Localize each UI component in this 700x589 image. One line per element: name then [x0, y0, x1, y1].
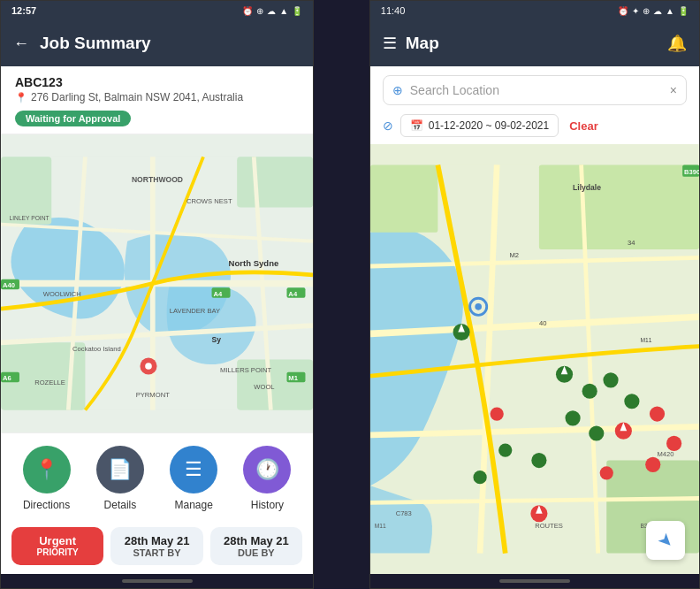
- svg-text:M420: M420: [657, 450, 673, 458]
- svg-text:40: 40: [539, 319, 546, 327]
- filter-bar: ⊘ 📅 01-12-2020 ~ 09-02-2021 Clear: [370, 111, 699, 144]
- time-right: 11:40: [381, 5, 406, 16]
- clear-filter-button[interactable]: Clear: [569, 119, 598, 133]
- start-date-label: START BY: [119, 547, 194, 558]
- map-svg-left: NORTHWOOD CROWS NEST North Sydne WOOLWIC…: [1, 134, 313, 432]
- svg-text:A4: A4: [213, 290, 223, 298]
- left-phone: 12:57 ⏰ ⊕ ☁ ▲ 🔋 ← Job Summary ABC123 📍 2…: [0, 0, 314, 589]
- status-icons-right: ⏰ ✦ ⊕ ☁ ▲ 🔋: [618, 6, 689, 16]
- due-date-label: DUE BY: [219, 547, 293, 558]
- history-icon: 🕐: [255, 458, 279, 481]
- svg-rect-38: [370, 164, 438, 232]
- history-action[interactable]: 🕐 History: [243, 446, 291, 511]
- svg-text:ROZELLE: ROZELLE: [34, 379, 65, 386]
- hamburger-icon[interactable]: ☰: [383, 34, 397, 53]
- svg-point-72: [666, 436, 681, 451]
- svg-text:WOOLWICH: WOOLWICH: [43, 290, 81, 298]
- search-input[interactable]: Search Location: [410, 83, 663, 97]
- job-id: ABC123: [15, 75, 299, 89]
- details-icon: 📄: [108, 458, 132, 481]
- home-indicator-right: [370, 574, 699, 588]
- svg-text:LINLEY POINT: LINLEY POINT: [10, 215, 49, 221]
- svg-text:A40: A40: [3, 281, 15, 289]
- svg-text:Sy: Sy: [212, 335, 222, 344]
- filter-icon[interactable]: ⊘: [383, 119, 393, 133]
- svg-point-63: [624, 394, 639, 409]
- svg-text:ROUTES: ROUTES: [535, 522, 563, 530]
- status-bar-left: 12:57 ⏰ ⊕ ☁ ▲ 🔋: [1, 1, 313, 20]
- job-info: ABC123 📍 276 Darling St, Balmain NSW 204…: [1, 66, 313, 134]
- directions-icon-circle: 📍: [23, 446, 71, 493]
- date-range-text: 01-12-2020 ~ 09-02-2021: [429, 119, 549, 132]
- svg-rect-2: [237, 157, 313, 207]
- history-icon-circle: 🕐: [243, 446, 291, 493]
- svg-text:M1: M1: [288, 374, 298, 382]
- svg-text:C783: C783: [395, 509, 411, 517]
- back-button[interactable]: ←: [13, 34, 29, 53]
- date-filter[interactable]: 📅 01-12-2020 ~ 09-02-2021: [400, 114, 559, 137]
- calendar-icon: 📅: [410, 119, 423, 132]
- svg-text:A4: A4: [288, 290, 298, 298]
- svg-point-74: [599, 466, 612, 479]
- svg-text:34: 34: [628, 239, 635, 247]
- svg-point-79: [475, 303, 482, 310]
- svg-text:Lilydale: Lilydale: [573, 183, 601, 192]
- pin-icon: 📍: [15, 92, 27, 103]
- svg-point-64: [565, 410, 580, 425]
- svg-text:North Sydne: North Sydne: [229, 258, 279, 268]
- svg-point-68: [473, 470, 486, 484]
- svg-text:Cockatoo Island: Cockatoo Island: [72, 345, 121, 353]
- history-label: History: [251, 499, 284, 511]
- details-action[interactable]: 📄 Details: [96, 446, 144, 511]
- home-bar-left: [122, 579, 193, 583]
- page-title-left: Job Summary: [40, 34, 151, 53]
- search-icon: ⊕: [392, 83, 403, 97]
- svg-text:PYRMONT: PYRMONT: [136, 391, 170, 399]
- svg-rect-36: [539, 164, 699, 249]
- due-date-value: 28th May 21: [219, 534, 293, 547]
- svg-text:B390: B390: [684, 168, 699, 176]
- header-right: ☰ Map 🔔: [370, 20, 699, 66]
- directions-action[interactable]: 📍 Directions: [23, 446, 71, 511]
- svg-point-34: [145, 363, 152, 370]
- time-left: 12:57: [11, 5, 36, 16]
- navigate-icon: ➤: [653, 528, 679, 554]
- map-left: NORTHWOOD CROWS NEST North Sydne WOOLWIC…: [1, 134, 313, 432]
- right-phone: 11:40 ⏰ ✦ ⊕ ☁ ▲ 🔋 ☰ Map 🔔 ⊕ Search Locat…: [369, 0, 700, 589]
- status-badge: Waiting for Approval: [15, 111, 131, 126]
- svg-text:M2: M2: [509, 251, 519, 259]
- svg-point-73: [645, 457, 660, 472]
- svg-point-65: [589, 425, 604, 440]
- job-address: 📍 276 Darling St, Balmain NSW 2041, Aust…: [15, 91, 299, 103]
- svg-text:WOOL: WOOL: [254, 383, 274, 391]
- svg-point-62: [603, 372, 618, 387]
- action-buttons: 📍 Directions 📄 Details ☰ Manage 🕐 Histor…: [1, 432, 313, 520]
- header-left-group: ☰ Map: [383, 34, 439, 53]
- search-clear-icon[interactable]: ×: [670, 83, 677, 97]
- svg-point-61: [582, 384, 597, 399]
- details-label: Details: [104, 499, 137, 511]
- address-text: 276 Darling St, Balmain NSW 2041, Austra…: [31, 91, 243, 103]
- header-left: ← Job Summary: [1, 20, 313, 66]
- svg-point-75: [490, 407, 503, 420]
- svg-text:CROWS NEST: CROWS NEST: [186, 197, 232, 205]
- start-date-card: 28th May 21 START BY: [110, 527, 202, 565]
- navigate-button[interactable]: ➤: [646, 521, 685, 560]
- svg-text:MILLERS POINT: MILLERS POINT: [220, 366, 271, 374]
- svg-point-71: [650, 406, 665, 421]
- start-date-value: 28th May 21: [119, 534, 194, 547]
- map-right: Lilydale M2 34 40 M11 M420 C783 ROUTES M…: [370, 144, 699, 574]
- svg-text:M11: M11: [640, 337, 651, 343]
- due-date-card: 28th May 21 DUE BY: [210, 527, 302, 565]
- search-bar[interactable]: ⊕ Search Location ×: [383, 75, 687, 105]
- urgent-card: Urgent PRIORITY: [11, 527, 103, 565]
- manage-label: Manage: [174, 499, 212, 511]
- notification-bell-icon[interactable]: 🔔: [667, 34, 687, 53]
- svg-text:M11: M11: [375, 523, 386, 529]
- manage-action[interactable]: ☰ Manage: [170, 446, 217, 511]
- svg-point-67: [498, 443, 512, 456]
- svg-point-66: [531, 453, 546, 468]
- manage-icon: ☰: [185, 458, 202, 481]
- home-bar-right: [499, 579, 570, 583]
- urgent-subtitle: PRIORITY: [20, 547, 95, 557]
